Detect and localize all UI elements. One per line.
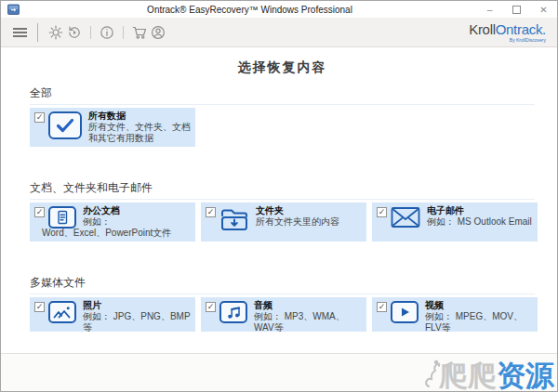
card-title: 文件夹 [256, 205, 339, 216]
office-doc-icon [48, 206, 76, 229]
toolbar: KrollOntrack. By KrollDiscovery [1, 18, 557, 47]
card-office-docs[interactable]: ✓ 办公文档 例如： Word、Excel、PowerPoint文件 [30, 203, 195, 242]
card-title: 电子邮件 [427, 205, 532, 216]
toolbar-divider [90, 26, 91, 39]
card-title: 视频 [425, 300, 533, 311]
card-title: 照片 [83, 300, 191, 311]
card-desc: 例如： MPEG、MOV、FLV等 [425, 311, 533, 333]
email-icon [391, 206, 420, 229]
main-content: 选择恢复内容 全部 ✓ 所有数据 所有文件、文件夹、文档和其它有用数据 [1, 59, 557, 332]
photo-icon [48, 301, 76, 323]
card-folders[interactable]: ✓ 文件夹 所有文件夹里的内容 [201, 203, 366, 242]
section-label: 文档、文件夹和电子邮件 [30, 180, 535, 200]
section-multimedia: 多媒体文件 ✓ 照片 例如： JPG、PNG、BMP等 [30, 275, 535, 332]
menu-icon[interactable] [10, 23, 29, 42]
card-desc: 例如： [83, 216, 171, 228]
toolbar-divider [37, 23, 38, 42]
checkbox[interactable]: ✓ [34, 207, 45, 217]
toolbar-divider [123, 26, 124, 39]
card-video[interactable]: ✓ 视频 例如： MPEG、MOV、FLV等 [372, 297, 538, 332]
page-title: 选择恢复内容 [30, 59, 535, 76]
all-data-icon [48, 111, 82, 139]
card-title: 音频 [254, 300, 362, 311]
papa-resources-watermark: 爬爬 资源 [424, 359, 554, 390]
card-desc: 例如： JPG、PNG、BMP等 [83, 311, 191, 333]
history-icon[interactable] [65, 23, 84, 42]
checkbox[interactable]: ✓ [377, 302, 387, 312]
card-row: ✓ 办公文档 例如： Word、Excel、PowerPoint文件 [30, 203, 535, 242]
account-icon[interactable] [149, 23, 167, 42]
audio-icon [219, 301, 247, 323]
logo-tagline: By KrollDiscovery [469, 38, 546, 43]
card-email[interactable]: ✓ 电子邮件 例如： MS Outlook Email [372, 203, 538, 242]
card-title: 办公文档 [83, 205, 171, 216]
folder-icon [219, 206, 249, 231]
watermark-gray-text: 爬爬 [439, 361, 497, 390]
maximize-button[interactable] [503, 1, 530, 18]
minimize-button[interactable]: – [476, 1, 503, 18]
settings-icon[interactable] [46, 23, 65, 42]
card-desc: 例如： MS Outlook Email [427, 216, 532, 228]
card-row: ✓ 照片 例如： JPG、PNG、BMP等 ✓ [30, 297, 535, 332]
section-all: 全部 ✓ 所有数据 所有文件、文件夹、文档和其它有用数据 [30, 85, 535, 147]
maximize-icon [512, 6, 521, 14]
section-documents: 文档、文件夹和电子邮件 ✓ 办公文档 例如： Word、Excel、PowerP… [30, 180, 535, 242]
checkbox[interactable]: ✓ [377, 207, 387, 217]
checkbox[interactable]: ✓ [206, 302, 216, 312]
card-all-data[interactable]: ✓ 所有数据 所有文件、文件夹、文档和其它有用数据 [30, 108, 195, 147]
section-label: 多媒体文件 [30, 275, 535, 294]
card-desc: 所有文件夹里的内容 [256, 216, 339, 228]
card-photos[interactable]: ✓ 照片 例如： JPG、PNG、BMP等 [30, 297, 195, 332]
cart-icon[interactable] [130, 23, 149, 42]
title-bar: Ontrack® EasyRecovery™ Windows Professio… [1, 1, 557, 18]
section-label: 全部 [30, 85, 535, 105]
app-icon [7, 4, 20, 15]
card-desc: 所有文件、文件夹、文档和其它有用数据 [88, 122, 191, 144]
info-icon[interactable] [98, 23, 116, 42]
logo-kroll: Kroll [469, 21, 496, 37]
card-desc-examples: Word、Excel、PowerPoint文件 [42, 228, 171, 239]
video-icon [391, 301, 418, 323]
watermark-blue-text: 资源 [497, 361, 554, 390]
window-controls: – ✕ [476, 1, 557, 18]
window-title: Ontrack® EasyRecovery™ Windows Professio… [23, 5, 476, 15]
close-button[interactable]: ✕ [530, 1, 557, 18]
logo-ontrack: Ontrack. [496, 21, 546, 37]
card-audio[interactable]: ✓ 音频 例如： MP3、WMA、WAV等 [201, 297, 366, 332]
card-row: ✓ 所有数据 所有文件、文件夹、文档和其它有用数据 [30, 108, 535, 147]
checkbox[interactable]: ✓ [34, 302, 45, 312]
kroll-ontrack-logo: KrollOntrack. By KrollDiscovery [469, 22, 546, 43]
checkbox[interactable]: ✓ [34, 112, 45, 123]
card-desc: 例如： MP3、WMA、WAV等 [254, 311, 362, 333]
logo-text: KrollOntrack. [469, 21, 546, 37]
footer: 爬爬 资源 [1, 353, 557, 391]
checkbox[interactable]: ✓ [206, 207, 216, 217]
card-title: 所有数据 [88, 111, 191, 122]
